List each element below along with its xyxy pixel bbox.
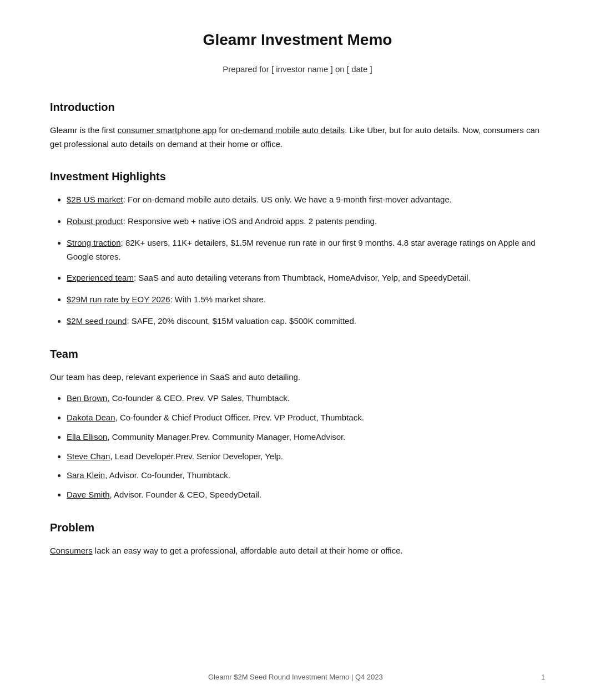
list-item: Ben Brown, Co-founder & CEO. Prev. VP Sa…: [67, 392, 545, 405]
team-member-link-1: Dakota Dean: [67, 413, 115, 422]
introduction-section: Introduction Gleamr is the first consume…: [50, 98, 545, 151]
list-item: $2M seed round: SAFE, 20% discount, $15M…: [67, 315, 545, 328]
prepared-for-prefix: Prepared for: [223, 64, 269, 74]
investor-name-placeholder: [ investor name ]: [271, 64, 333, 74]
team-member-text-5: , Advisor. Founder & CEO, SpeedyDetail.: [110, 490, 261, 499]
highlight-text-5: : SAFE, 20% discount, $15M valuation cap…: [127, 316, 356, 326]
highlights-list: $2B US market: For on-demand mobile auto…: [50, 193, 545, 328]
intro-link-2: on-demand mobile auto details: [231, 125, 345, 135]
intro-text-1: Gleamr is the first: [50, 125, 118, 135]
highlight-link-2: Strong traction: [67, 238, 121, 247]
highlight-link-5: $2M seed round: [67, 316, 127, 326]
list-item: Dave Smith, Advisor. Founder & CEO, Spee…: [67, 488, 545, 502]
team-member-text-0: , Co-founder & CEO. Prev. VP Sales, Thum…: [107, 393, 289, 403]
highlight-text-4: : With 1.5% market share.: [170, 295, 266, 304]
team-member-link-5: Dave Smith: [67, 490, 110, 499]
team-list: Ben Brown, Co-founder & CEO. Prev. VP Sa…: [50, 392, 545, 502]
problem-text: lack an easy way to get a professional, …: [93, 546, 403, 555]
page: Gleamr Investment Memo Prepared for [ in…: [0, 0, 595, 700]
list-item: Robust product: Responsive web + native …: [67, 215, 545, 229]
team-member-text-2: , Community Manager.Prev. Community Mana…: [107, 432, 345, 442]
list-item: $29M run rate by EOY 2026: With 1.5% mar…: [67, 293, 545, 307]
date-placeholder: [ date ]: [347, 64, 372, 74]
highlight-text-1: : Responsive web + native iOS and Androi…: [123, 216, 377, 226]
team-heading: Team: [50, 345, 545, 363]
introduction-body: Gleamr is the first consumer smartphone …: [50, 124, 545, 151]
highlight-text-3: : SaaS and auto detailing veterans from …: [134, 273, 471, 282]
team-section: Team Our team has deep, relevant experie…: [50, 345, 545, 502]
prepared-for-line: Prepared for [ investor name ] on [ date…: [50, 63, 545, 76]
introduction-heading: Introduction: [50, 98, 545, 116]
highlight-link-4: $29M run rate by EOY 2026: [67, 295, 170, 304]
highlight-text-2: : 82K+ users, 11K+ detailers, $1.5M reve…: [67, 238, 536, 261]
list-item: Sara Klein, Advisor. Co-founder, Thumbta…: [67, 469, 545, 483]
highlight-text-0: : For on-demand mobile auto details. US …: [123, 195, 452, 204]
team-member-link-2: Ella Ellison: [67, 432, 107, 442]
team-member-link-4: Sara Klein: [67, 470, 105, 480]
footer-page-number: 1: [541, 672, 545, 683]
intro-link-1: consumer smartphone app: [118, 125, 216, 135]
on-text: on: [335, 64, 345, 74]
problem-link: Consumers: [50, 546, 93, 555]
footer: Gleamr $2M Seed Round Investment Memo | …: [0, 672, 595, 683]
page-title: Gleamr Investment Memo: [50, 28, 545, 53]
list-item: Strong traction: 82K+ users, 11K+ detail…: [67, 236, 545, 264]
list-item: Steve Chan, Lead Developer.Prev. Senior …: [67, 450, 545, 464]
list-item: Experienced team: SaaS and auto detailin…: [67, 271, 545, 285]
footer-center-text: Gleamr $2M Seed Round Investment Memo | …: [50, 672, 541, 683]
highlight-link-1: Robust product: [67, 216, 123, 226]
team-intro: Our team has deep, relevant experience i…: [50, 371, 545, 384]
problem-heading: Problem: [50, 519, 545, 536]
problem-section: Problem Consumers lack an easy way to ge…: [50, 519, 545, 558]
problem-body: Consumers lack an easy way to get a prof…: [50, 544, 545, 558]
highlight-link-0: $2B US market: [67, 195, 123, 204]
list-item: Dakota Dean, Co-founder & Chief Product …: [67, 411, 545, 425]
team-member-text-1: , Co-founder & Chief Product Officer. Pr…: [115, 413, 364, 422]
team-member-link-3: Steve Chan: [67, 452, 110, 461]
highlight-link-3: Experienced team: [67, 273, 134, 282]
list-item: Ella Ellison, Community Manager.Prev. Co…: [67, 430, 545, 444]
investment-highlights-heading: Investment Highlights: [50, 168, 545, 185]
team-member-text-4: , Advisor. Co-founder, Thumbtack.: [105, 470, 230, 480]
team-member-link-0: Ben Brown: [67, 393, 107, 403]
investment-highlights-section: Investment Highlights $2B US market: For…: [50, 168, 545, 328]
list-item: $2B US market: For on-demand mobile auto…: [67, 193, 545, 207]
team-member-text-3: , Lead Developer.Prev. Senior Developer,…: [110, 452, 283, 461]
intro-text-2: for: [216, 125, 231, 135]
